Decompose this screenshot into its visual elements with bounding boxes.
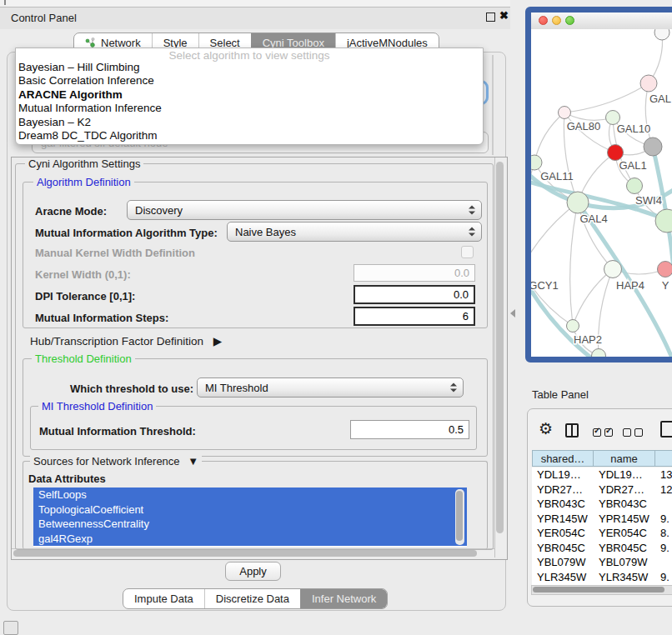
settings-vertical-scrollbar-thumb[interactable] xyxy=(496,162,504,533)
network-view-window[interactable]: GALGAL80GAL10GAL1GAL11SWI4GAL4GCY1HAP4YH… xyxy=(525,7,672,362)
network-edge[interactable] xyxy=(534,112,564,162)
table-cell[interactable]: 9. xyxy=(655,542,672,554)
data-attribute-item[interactable]: TopologicalCoefficient xyxy=(33,502,467,518)
table-header-row[interactable]: shared…nameA xyxy=(532,450,672,467)
data-attributes-list[interactable]: SelfLoopsTopologicalCoefficientBetweenne… xyxy=(33,488,467,547)
attributes-list-scrollbar-thumb[interactable] xyxy=(456,491,463,541)
dropdown-item[interactable]: Bayesian – Hill Climbing xyxy=(16,61,483,74)
table-cell[interactable]: 13 xyxy=(655,468,672,481)
data-attribute-item[interactable]: BetweennessCentrality xyxy=(33,517,467,532)
network-node-gal80[interactable] xyxy=(559,107,571,119)
dpi-tolerance-field[interactable]: 0.0 xyxy=(354,285,475,304)
data-attribute-item[interactable]: SelfLoops xyxy=(33,488,467,502)
table-row[interactable]: YBR043CYBR043C xyxy=(532,497,672,512)
float-window-icon[interactable] xyxy=(486,12,495,22)
docked-panel-icon[interactable] xyxy=(3,621,18,635)
network-node-hap4[interactable] xyxy=(604,261,622,278)
network-window-titlebar[interactable] xyxy=(531,12,672,30)
table-cell[interactable]: 9. xyxy=(655,512,672,525)
dropdown-item[interactable]: Basic Correlation Inference xyxy=(16,74,483,88)
table-cell[interactable]: 9. xyxy=(655,571,672,583)
network-node[interactable] xyxy=(592,349,606,358)
dropdown-item[interactable]: Dream8 DC_TDC Algorithm xyxy=(16,129,483,142)
table-cell[interactable]: YDR27… xyxy=(532,483,594,496)
data-attribute-item[interactable]: gal4RGexp xyxy=(33,532,467,547)
network-node-label: GCY1 xyxy=(531,279,559,292)
tab-discretize-data[interactable]: Discretize Data xyxy=(204,589,300,608)
table-cell[interactable]: YBR045C xyxy=(532,542,594,554)
tab-impute-data[interactable]: Impute Data xyxy=(123,589,204,608)
table-row[interactable]: YBL079WYBL079W xyxy=(532,555,672,570)
tab-infer-network[interactable]: Infer Network xyxy=(300,589,387,608)
network-node[interactable] xyxy=(654,29,669,40)
table-horizontal-scrollbar-thumb[interactable] xyxy=(533,587,664,592)
panel-divider-handle[interactable] xyxy=(510,309,515,318)
network-node-gal1[interactable] xyxy=(608,145,624,161)
table-cell[interactable]: YDL19… xyxy=(532,468,594,481)
table-header-cell[interactable]: shared… xyxy=(532,450,594,467)
mi-type-label: Mutual Information Algorithm Type: xyxy=(35,227,218,239)
aracne-mode-combo[interactable]: Discovery xyxy=(127,200,482,220)
table-cell[interactable]: YBR043C xyxy=(594,498,655,510)
table-cell[interactable]: 12 xyxy=(655,483,672,496)
table-body[interactable]: YDL19…YDL19…13YDR27…YDR27…12YBR043CYBR04… xyxy=(532,468,672,585)
network-node-gal[interactable] xyxy=(640,75,657,92)
table-cell[interactable]: YDR27… xyxy=(594,483,655,496)
table-cell[interactable]: YER054C xyxy=(532,527,594,539)
table-cell[interactable]: YBL079W xyxy=(594,556,655,568)
network-node[interactable] xyxy=(655,209,672,232)
network-node-y[interactable] xyxy=(658,262,672,278)
apply-button[interactable]: Apply xyxy=(225,562,281,581)
table-row[interactable]: YDR27…YDR27…12 xyxy=(532,482,672,498)
table-header-cell[interactable]: name xyxy=(594,450,655,467)
sources-group-title[interactable]: Sources for Network Inference ▼ xyxy=(30,455,202,468)
hidden-group-border-fragment xyxy=(492,55,494,155)
mi-threshold-field[interactable]: 0.5 xyxy=(350,420,469,439)
network-edge[interactable] xyxy=(564,83,649,112)
select-all-checks-icon[interactable] xyxy=(593,428,613,437)
table-cell[interactable]: YPR145W xyxy=(594,512,655,525)
table-cell[interactable]: 8. xyxy=(655,527,672,539)
gear-icon[interactable]: ⚙ xyxy=(539,421,553,437)
network-edge[interactable] xyxy=(570,202,578,326)
dropdown-item[interactable]: ARACNE Algorithm xyxy=(16,88,483,102)
minimize-traffic-light-icon[interactable] xyxy=(552,16,561,25)
table-header-cell[interactable]: A xyxy=(655,450,672,467)
network-canvas[interactable]: GALGAL80GAL10GAL1GAL11SWI4GAL4GCY1HAP4YH… xyxy=(531,29,672,357)
table-cell[interactable]: YER054C xyxy=(594,527,655,539)
table-cell[interactable]: YPR145W xyxy=(532,512,594,525)
hub-section-toggle[interactable]: Hub/Transcription Factor Definition ▶ xyxy=(30,334,222,348)
close-icon[interactable]: ✖ xyxy=(499,9,509,22)
split-columns-icon[interactable] xyxy=(565,423,579,438)
dropdown-item[interactable]: Mutual Information Inference xyxy=(16,102,483,115)
table-cell[interactable]: YBR045C xyxy=(594,542,655,554)
network-node-gal11[interactable] xyxy=(531,155,542,170)
table-cell[interactable]: YDL19… xyxy=(594,468,655,481)
network-edge[interactable] xyxy=(573,269,613,326)
manual-kernel-checkbox[interactable] xyxy=(461,246,474,258)
mi-type-combo[interactable]: Naive Bayes xyxy=(227,222,482,242)
table-icon[interactable] xyxy=(660,421,672,438)
table-row[interactable]: YBR045CYBR045C9. xyxy=(532,541,672,556)
close-traffic-light-icon[interactable] xyxy=(539,16,548,25)
expanded-arrow-icon: ▼ xyxy=(188,455,198,468)
network-node[interactable] xyxy=(644,138,662,156)
deselect-checks-icon[interactable] xyxy=(623,428,643,437)
which-threshold-combo[interactable]: MI Threshold xyxy=(197,378,464,398)
table-cell[interactable]: YLR345W xyxy=(532,571,594,583)
network-node-hap2[interactable] xyxy=(567,320,579,332)
kernel-width-field[interactable]: 0.0 xyxy=(354,264,475,282)
network-node-gal4[interactable] xyxy=(567,192,589,213)
table-row[interactable]: YDL19…YDL19…13 xyxy=(532,468,672,482)
table-row[interactable]: YLR345WYLR345W9. xyxy=(532,570,672,585)
mi-steps-field[interactable]: 6 xyxy=(354,307,475,326)
network-node-swi4[interactable] xyxy=(627,178,643,194)
table-cell[interactable]: YBL079W xyxy=(532,556,594,568)
table-row[interactable]: YPR145WYPR145W9. xyxy=(532,512,672,527)
dropdown-item[interactable]: Bayesian – K2 xyxy=(16,116,483,129)
table-cell[interactable]: YLR345W xyxy=(594,571,655,583)
table-row[interactable]: YER054CYER054C8. xyxy=(532,526,672,541)
settings-horizontal-scrollbar-thumb[interactable] xyxy=(13,550,477,557)
table-cell[interactable]: YBR043C xyxy=(532,498,594,510)
zoom-traffic-light-icon[interactable] xyxy=(565,16,574,25)
